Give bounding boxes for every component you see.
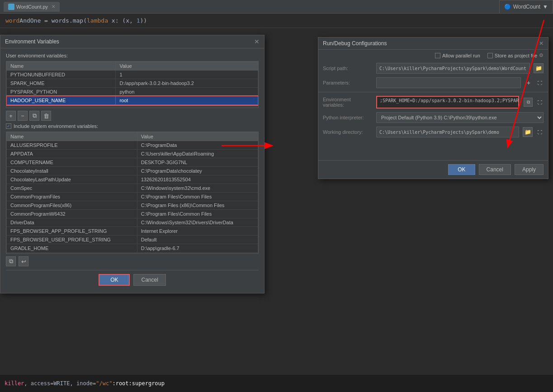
separator-1 — [318, 92, 548, 92]
include-system-label: Include system environment variables: — [14, 123, 98, 129]
table-row[interactable]: FPS_BROWSER_USER_PROFILE_STRING Default — [7, 236, 258, 244]
tab-close-btn[interactable]: ✕ — [52, 4, 55, 9]
run-config-cancel-btn[interactable]: Cancel — [479, 164, 511, 175]
params-input[interactable] — [376, 77, 521, 88]
params-plus-btn[interactable]: + — [525, 79, 533, 87]
sys-name-col-header: Name — [7, 132, 137, 141]
spacer — [318, 139, 548, 157]
script-path-folder-btn[interactable]: 📁 — [534, 63, 544, 73]
params-label: Parameters: — [323, 80, 373, 85]
table-row[interactable]: FPS_BROWSER_APP_PROFILE_STRING Internet … — [7, 227, 258, 236]
terminal-user: killer — [5, 380, 24, 387]
store-project-checkbox[interactable] — [487, 53, 493, 58]
table-row[interactable]: GRADLE_HOME D:\app\gradle-6.7 — [7, 244, 258, 253]
top-bar: WordCount.py ✕ 🔵 WordCount ▼ — [0, 0, 553, 14]
sys-var-value: C:\Program Files (x86)\Common Files — [137, 201, 258, 210]
system-vars-table-container: Name Value ALLUSERSPROFILE C:\ProgramDat… — [6, 132, 259, 254]
env-cancel-btn[interactable]: Cancel — [133, 274, 165, 286]
store-project-text: Store as project file — [495, 53, 537, 58]
delete-var-btn[interactable]: 🗑 — [41, 111, 51, 121]
include-system-checkbox[interactable] — [6, 123, 11, 129]
table-row[interactable]: CommonProgramFiles C:\Program Files\Comm… — [7, 193, 258, 201]
run-config-apply-btn[interactable]: Apply — [515, 164, 544, 175]
script-path-input[interactable] — [376, 63, 530, 74]
table-row[interactable]: ChocolateyLastPathUpdate 132626201813552… — [7, 175, 258, 184]
allow-parallel-label: Allow parallel run — [435, 53, 480, 58]
script-path-row: Script path: 📁 — [318, 61, 548, 76]
table-row[interactable]: ComSpec C:\Windows\system32\cmd.exe — [7, 184, 258, 193]
working-dir-expand-btn[interactable]: ⛶ — [536, 128, 544, 136]
params-expand-btn[interactable]: ⛶ — [536, 79, 544, 86]
terminal-owner: :root:supergroup — [112, 380, 165, 387]
allow-parallel-checkbox[interactable] — [435, 53, 440, 58]
table-row[interactable]: PYSPARK_PYTHON python — [7, 88, 258, 96]
var-value: root — [116, 96, 258, 105]
table-row[interactable]: CommonProgramFiles(x86) C:\Program Files… — [7, 201, 258, 210]
system-vars-table: Name Value ALLUSERSPROFILE C:\ProgramDat… — [6, 132, 258, 253]
allow-parallel-text: Allow parallel run — [442, 53, 480, 58]
table-row[interactable]: ChocolateyInstall C:\ProgramData\chocola… — [7, 167, 258, 175]
table-row[interactable]: CommonProgramW6432 C:\Program Files\Comm… — [7, 210, 258, 218]
bottom-undo-btn[interactable]: ↩ — [19, 256, 28, 266]
copy-var-btn[interactable]: ⧉ — [29, 111, 39, 121]
params-row: Parameters: + ⛶ — [318, 76, 548, 90]
sys-var-name: FPS_BROWSER_APP_PROFILE_STRING — [7, 227, 137, 236]
bottom-copy-btn[interactable]: ⧉ — [6, 256, 16, 266]
user-name-col-header: Name — [7, 62, 116, 71]
user-value-col-header: Value — [116, 62, 258, 71]
sys-var-value: C:\ProgramData\chocolatey — [137, 167, 258, 175]
env-vars-row: Environment variables: ;SPARK_HOME=D:/ap… — [318, 94, 548, 110]
table-row[interactable]: SPARK_HOME D:/app/spark-3.0.2-bin-hadoop… — [7, 79, 258, 88]
user-vars-label: User environment variables: — [6, 53, 259, 58]
table-row[interactable]: COMPUTERNAME DESKTOP-3GIG7NL — [7, 158, 258, 167]
sys-var-value: 132626201813552504 — [137, 175, 258, 184]
run-config-titlebar: Run/Debug Configurations ✕ — [318, 38, 548, 50]
table-row-selected[interactable]: HADOOP_USER_NAME root — [7, 96, 258, 105]
env-dialog-close-btn[interactable]: ✕ — [254, 38, 260, 45]
table-row[interactable]: APPDATA C:\Users\killer\AppData\Roaming — [7, 150, 258, 158]
env-ok-btn[interactable]: OK — [99, 274, 130, 286]
var-name: HADOOP_USER_NAME — [7, 96, 116, 105]
user-vars-table: Name Value PYTHONUNBUFFERED 1 SPARK_HOME… — [6, 61, 258, 105]
system-vars-tbody: ALLUSERSPROFILE C:\ProgramData APPDATA C… — [7, 141, 258, 253]
sys-var-value: C:\Windows\system32\cmd.exe — [137, 184, 258, 193]
env-dialog-actions: OK Cancel — [6, 270, 259, 288]
env-vars-expand-btn[interactable]: ⛶ — [536, 99, 544, 106]
user-vars-toolbar: + − ⧉ 🗑 — [6, 111, 259, 121]
sys-var-value: DESKTOP-3GIG7NL — [137, 158, 258, 167]
wordcount-badge[interactable]: 🔵 WordCount ▼ — [499, 0, 553, 14]
terminal-bar: killer , access=WRITE, inode= "/wc" :roo… — [0, 375, 553, 392]
store-project-label: Store as project file ⚙ — [487, 52, 544, 58]
table-row[interactable]: DriverData C:\Windows\System32\Drivers\D… — [7, 218, 258, 227]
main-area: Run/Debug Configurations ✕ Allow paralle… — [0, 28, 553, 389]
system-vars-thead: Name Value — [7, 132, 258, 141]
var-name: SPARK_HOME — [7, 79, 116, 88]
store-project-gear-icon: ⚙ — [539, 52, 544, 58]
remove-var-btn[interactable]: − — [18, 111, 28, 121]
table-row[interactable]: ALLUSERSPROFILE C:\ProgramData — [7, 141, 258, 150]
file-tab[interactable]: WordCount.py ✕ — [4, 2, 60, 12]
sys-var-name: CommonProgramFiles — [7, 193, 137, 201]
sys-var-name: GRADLE_HOME — [7, 244, 137, 253]
sys-var-value: C:\Program Files\Common Files — [137, 193, 258, 201]
code-text: wordAndOne = words.map(lambda x: (x, 1)) — [5, 17, 147, 24]
sys-var-name: ALLUSERSPROFILE — [7, 141, 137, 150]
table-row[interactable]: PYTHONUNBUFFERED 1 — [7, 71, 258, 79]
var-value: D:/app/spark-3.0.2-bin-hadoop3.2 — [116, 79, 258, 88]
run-config-dialog: Run/Debug Configurations ✕ Allow paralle… — [318, 37, 548, 179]
env-vars-copy-btn[interactable]: ⧉ — [524, 98, 533, 107]
sys-var-name: DriverData — [7, 218, 137, 227]
sys-var-name: ComSpec — [7, 184, 137, 193]
run-config-ok-btn[interactable]: OK — [448, 164, 475, 175]
script-path-label: Script path: — [323, 66, 373, 71]
terminal-text: , access=WRITE, inode= — [24, 380, 96, 387]
sys-var-value: C:\Windows\System32\Drivers\DriverData — [137, 218, 258, 227]
sys-var-name: CommonProgramW6432 — [7, 210, 137, 218]
working-dir-folder-btn[interactable]: 📁 — [523, 127, 533, 137]
interpreter-select[interactable]: Project Default (Python 3.9) C:\Python39… — [376, 112, 544, 123]
working-dir-input[interactable] — [376, 127, 519, 137]
var-name: PYTHONUNBUFFERED — [7, 71, 116, 79]
sys-var-name: CommonProgramFiles(x86) — [7, 201, 137, 210]
run-config-close-btn[interactable]: ✕ — [539, 40, 544, 47]
add-var-btn[interactable]: + — [6, 111, 16, 121]
